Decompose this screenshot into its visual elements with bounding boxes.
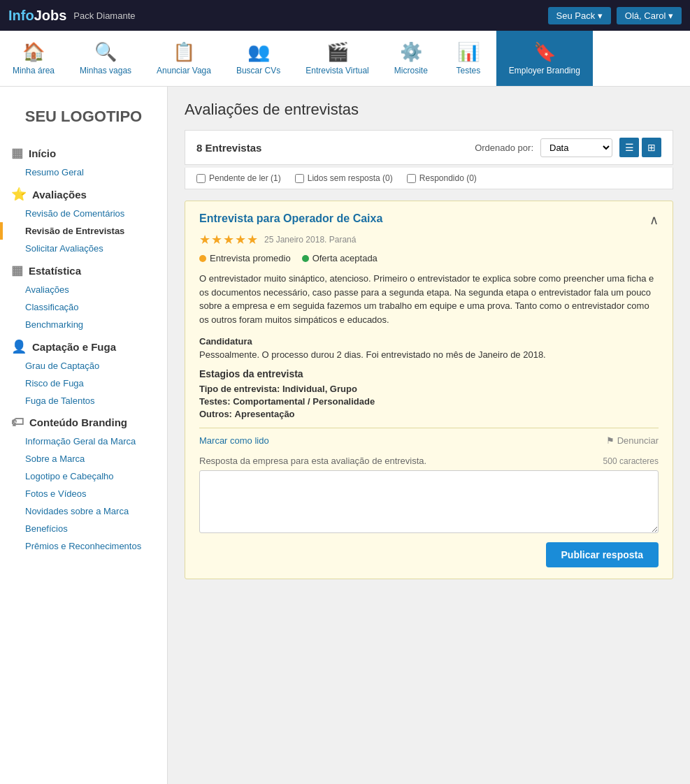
nav-label-buscar-cvs: Buscar CVs <box>236 66 280 75</box>
badge-interview-label: Entrevista promedio <box>210 253 291 263</box>
checkbox-respondido-input[interactable] <box>407 174 416 183</box>
sidebar-item-informacao-geral[interactable]: Informação Geral da Marca <box>0 433 167 450</box>
interview-count: 8 Entrevistas <box>196 142 261 154</box>
sidebar-item-novidades[interactable]: Novidades sobre a Marca <box>0 502 167 520</box>
interview-card: Entrevista para Operador de Caixa ∧ ★★★★… <box>185 201 673 579</box>
badge-offer-label: Oferta aceptada <box>312 253 378 263</box>
dot-orange <box>199 255 206 262</box>
outros-row: Outros: Apresentação <box>199 409 659 419</box>
sidebar-item-grau-captacao[interactable]: Grau de Captação <box>0 357 167 375</box>
checkbox-respondido[interactable]: Respondido (0) <box>407 173 477 183</box>
char-count: 500 caracteres <box>603 456 659 466</box>
nav-item-microsite[interactable]: ⚙️ Microsite <box>382 31 440 86</box>
sidebar-item-solicitar-avaliacoes[interactable]: Solicitar Avaliações <box>0 240 167 257</box>
sidebar-section-conteudo[interactable]: 🏷 Conteúdo Branding <box>0 409 167 433</box>
checkboxes-bar: Pendente de ler (1) Lidos sem resposta (… <box>185 168 673 189</box>
review-meta: 25 Janeiro 2018. Paraná <box>264 235 356 245</box>
outros-label: Outros: <box>199 409 232 419</box>
filter-bar: 8 Entrevistas Ordenado por: Data Avaliaç… <box>185 130 673 165</box>
sidebar-section-estatistica[interactable]: ▦ Estatística <box>0 257 167 281</box>
nav-item-entrevista-virtual[interactable]: 🎬 Entrevista Virtual <box>293 31 382 86</box>
nav-label-entrevista-virtual: Entrevista Virtual <box>306 66 369 75</box>
denunciar-label: Denunciar <box>617 435 659 446</box>
infojobs-logo: InfoJobs <box>8 8 66 24</box>
seu-pack-button[interactable]: Seu Pack ▾ <box>548 7 611 24</box>
sidebar-item-benchmarking[interactable]: Benchmarking <box>0 316 167 333</box>
sidebar-item-logotipo[interactable]: Logotipo e Cabeçalho <box>0 467 167 485</box>
nav-bar: 🏠 Minha área 🔍 Minhas vagas 📋 Anunciar V… <box>0 31 690 87</box>
nav-item-testes[interactable]: 📊 Testes <box>440 31 496 86</box>
nav-label-microsite: Microsite <box>394 66 428 75</box>
sidebar-section-avaliacoes[interactable]: ⭐ Avaliações <box>0 181 167 205</box>
nav-item-anunciar-vaga[interactable]: 📋 Anunciar Vaga <box>144 31 224 86</box>
testes-label: Testes: <box>199 396 231 407</box>
sidebar-item-fotos-videos[interactable]: Fotos e Vídeos <box>0 485 167 502</box>
bookmark-icon: 🔖 <box>533 41 556 63</box>
nav-label-minhas-vagas: Minhas vagas <box>80 66 131 75</box>
sidebar-item-sobre-marca[interactable]: Sobre a Marca <box>0 450 167 467</box>
sidebar-section-title-captacao: Captação e Fuga <box>32 341 116 353</box>
person-icon: 👤 <box>11 339 27 354</box>
inicio-icon: ▦ <box>11 145 23 161</box>
checkbox-pendente[interactable]: Pendente de ler (1) <box>196 173 281 183</box>
main-content: Avaliações de entrevistas 8 Entrevistas … <box>168 87 690 784</box>
checkbox-lidos-label: Lidos sem resposta (0) <box>308 173 393 183</box>
sidebar-item-revisao-entrevistas[interactable]: Revisão de Entrevistas <box>0 222 167 240</box>
interview-title: Entrevista para Operador de Caixa <box>199 212 382 225</box>
response-textarea[interactable] <box>199 470 659 533</box>
candidatura-label: Candidatura <box>199 336 659 347</box>
checkbox-pendente-input[interactable] <box>196 174 206 183</box>
logo-info: Info <box>8 8 34 23</box>
sidebar-section-title-inicio: Início <box>29 147 56 159</box>
badges: Entrevista promedio Oferta aceptada <box>199 253 659 263</box>
outros-value: Apresentação <box>235 409 295 419</box>
estagios: Estagios da entrevista Tipo de entrevist… <box>199 368 659 419</box>
denunciar-button[interactable]: ⚑ Denunciar <box>606 435 659 446</box>
star-icon: ⭐ <box>11 187 27 202</box>
sidebar-item-fuga-talentos[interactable]: Fuga de Talentos <box>0 392 167 409</box>
sidebar: SEU LOGOTIPO ▦ Início Resumo Geral ⭐ Ava… <box>0 87 168 784</box>
grid-view-icon[interactable]: ⊞ <box>642 138 661 157</box>
nav-label-testes: Testes <box>456 66 480 75</box>
nav-label-employer-branding: Employer Branding <box>509 66 580 75</box>
top-bar-left: InfoJobs Pack Diamante <box>8 8 136 24</box>
sidebar-item-avaliacoes-stat[interactable]: Avaliações <box>0 281 167 298</box>
response-header: Resposta da empresa para esta avaliação … <box>199 456 659 466</box>
marcar-como-lido-link[interactable]: Marcar como lido <box>199 435 269 446</box>
sort-label: Ordenado por: <box>475 143 533 153</box>
nav-item-minha-area[interactable]: 🏠 Minha área <box>0 31 67 86</box>
checkbox-lidos-input[interactable] <box>295 174 304 183</box>
dot-green <box>302 255 309 262</box>
nav-item-minhas-vagas[interactable]: 🔍 Minhas vagas <box>67 31 144 86</box>
sidebar-item-resumo-geral[interactable]: Resumo Geral <box>0 164 167 181</box>
sidebar-item-revisao-comentarios[interactable]: Revisão de Comentários <box>0 205 167 222</box>
page-title: Avaliações de entrevistas <box>185 101 673 119</box>
nav-item-employer-branding[interactable]: 🔖 Employer Branding <box>496 31 593 86</box>
nav-item-buscar-cvs[interactable]: 👥 Buscar CVs <box>224 31 293 86</box>
stars-row: ★★★★★ 25 Janeiro 2018. Paraná <box>199 232 659 247</box>
video-icon: 🎬 <box>326 41 349 63</box>
publish-response-button[interactable]: Publicar resposta <box>546 542 659 567</box>
sidebar-item-beneficios[interactable]: Benefícios <box>0 520 167 537</box>
sidebar-section-inicio[interactable]: ▦ Início <box>0 140 167 164</box>
sidebar-item-risco-fuga[interactable]: Risco de Fuga <box>0 375 167 392</box>
list-view-icon[interactable]: ☰ <box>619 138 639 157</box>
review-text: O entrevistador muito sináptico, atencio… <box>199 272 659 326</box>
badge-offer: Oferta aceptada <box>302 253 378 263</box>
testes-value: Comportamental / Personalidade <box>233 396 375 407</box>
sidebar-item-premios[interactable]: Prêmios e Reconhecimentos <box>0 537 167 555</box>
collapse-icon[interactable]: ∧ <box>649 212 659 228</box>
tipo-label: Tipo de entrevista: <box>199 384 280 394</box>
filter-bar-right: Ordenado por: Data Avaliação Relevância … <box>475 138 661 157</box>
testes-row: Testes: Comportamental / Personalidade <box>199 396 659 407</box>
sidebar-section-captacao[interactable]: 👤 Captação e Fuga <box>0 333 167 357</box>
sort-select[interactable]: Data Avaliação Relevância <box>540 138 612 157</box>
tipo-row: Tipo de entrevista: Individual, Grupo <box>199 384 659 394</box>
logo-jobs: Jobs <box>34 8 67 23</box>
checkbox-lidos[interactable]: Lidos sem resposta (0) <box>295 173 393 183</box>
nav-label-anunciar-vaga: Anunciar Vaga <box>157 66 211 75</box>
nav-label-minha-area: Minha área <box>13 66 55 75</box>
announce-icon: 📋 <box>173 41 195 63</box>
sidebar-item-classificacao[interactable]: Classificação <box>0 298 167 316</box>
hello-user-button[interactable]: Olá, Carol ▾ <box>617 7 682 24</box>
